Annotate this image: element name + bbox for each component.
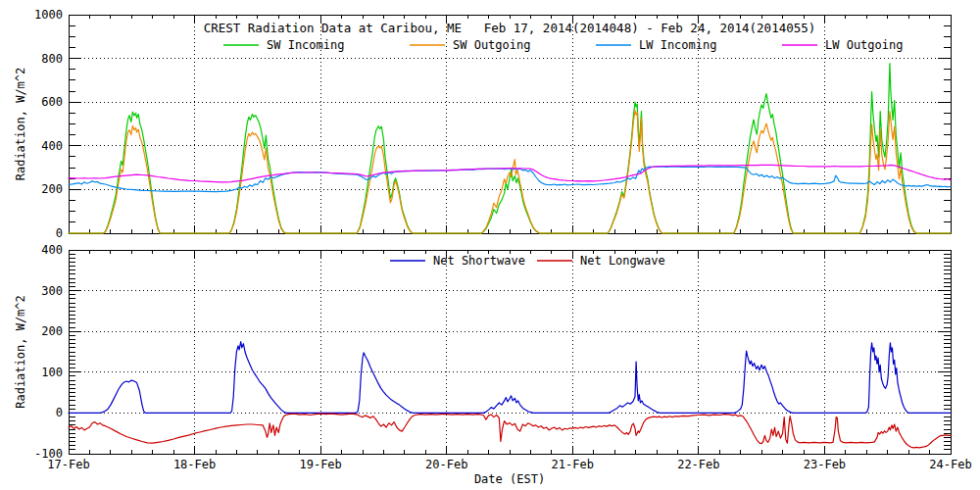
legend-label: LW Outgoing [825, 38, 903, 52]
legend-label: Net Shortwave [433, 254, 525, 268]
y-tick-label: 100 [41, 366, 63, 379]
y-tick-label: 0 [56, 406, 63, 419]
y-tick-label: 400 [41, 243, 63, 257]
x-tick-label: 17-Feb [47, 458, 89, 471]
x-tick-label: 20-Feb [425, 458, 467, 471]
y-tick-label: 400 [41, 139, 63, 153]
y-tick-label: 1000 [34, 8, 63, 22]
legend-label: Net Longwave [580, 254, 665, 268]
y-tick-label: 0 [56, 226, 63, 240]
y-tick-label: 300 [41, 284, 63, 298]
y-axis-title: Radiation, W/m^2 [14, 295, 27, 409]
x-tick-label: 21-Feb [552, 458, 594, 471]
y-tick-label: 200 [41, 324, 63, 338]
legend-label: LW Incoming [639, 38, 716, 52]
x-tick-label: 23-Feb [804, 458, 846, 471]
y-tick-label: 600 [41, 95, 63, 109]
radiation-chart: 02004006008001000Radiation, W/m^2SW Inco… [0, 0, 980, 490]
legend-label: SW Outgoing [453, 38, 530, 52]
x-axis-title: Date (EST) [474, 472, 545, 486]
y-tick-label: 800 [41, 52, 63, 66]
chart-title: CREST Radiation Data at Caribou, ME Feb … [204, 21, 816, 35]
chart-canvas: 02004006008001000Radiation, W/m^2SW Inco… [0, 0, 980, 490]
x-tick-label: 19-Feb [299, 458, 341, 471]
x-tick-label: 18-Feb [173, 458, 216, 471]
y-axis-title: Radiation, W/m^2 [14, 68, 27, 181]
legend-label: SW Incoming [267, 38, 344, 52]
x-tick-label: 24-Feb [929, 458, 971, 471]
x-tick-label: 22-Feb [677, 458, 719, 471]
y-tick-label: 200 [41, 182, 63, 196]
